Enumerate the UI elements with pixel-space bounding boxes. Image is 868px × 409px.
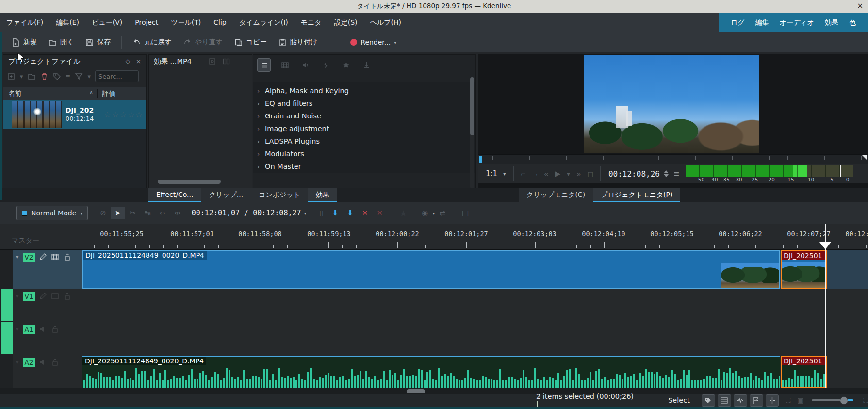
timeline-edit-icon[interactable]: ⊘ (96, 209, 111, 217)
chevron-down-icon[interactable]: ▾ (16, 254, 19, 260)
monitor-seek-ruler[interactable] (478, 154, 868, 164)
video-clip[interactable]: DJI_20250111124849_0020_D.MP4 (82, 250, 780, 289)
layout-editing[interactable]: 編集 (750, 13, 774, 32)
slider-handle[interactable] (840, 396, 848, 405)
download-effects-button[interactable] (360, 59, 373, 71)
edit-track-icon[interactable] (39, 253, 47, 261)
layout-effects[interactable]: 効果 (819, 13, 844, 32)
spin-up-icon[interactable] (664, 170, 669, 173)
lock-track-icon[interactable] (51, 325, 59, 333)
audio-clip[interactable]: DJI_20250111124849_0020_D.MP4 (82, 356, 780, 388)
column-header-name[interactable]: 名前 ∧ (3, 89, 98, 98)
audio-clip-selected[interactable]: DJI_202501 (781, 356, 827, 388)
tag-icon[interactable] (53, 72, 61, 81)
chevron-down-icon[interactable]: ▾ (304, 211, 307, 216)
mute-track-icon[interactable] (39, 325, 47, 333)
insert-zone-icon[interactable]: ⬇ (328, 209, 343, 217)
fx-category[interactable]: ›Image adjustment (253, 122, 475, 135)
save-button[interactable]: 保存 (81, 35, 115, 49)
close-window-button[interactable]: × (857, 1, 863, 10)
show-video-icon[interactable] (51, 253, 59, 261)
column-header-rating[interactable]: 評価 (98, 89, 115, 98)
show-video-icon[interactable] (51, 292, 59, 300)
tab-compositions[interactable]: コンポジット (251, 188, 308, 202)
layout-audio[interactable]: オーディオ (774, 13, 819, 32)
layout-color[interactable]: 色 (844, 13, 861, 32)
favorite-effects-icon[interactable]: ★ (395, 208, 411, 218)
mixer-icon[interactable]: ⇄ (435, 209, 450, 217)
float-panel-icon[interactable]: ◇ (126, 58, 130, 65)
video-clip-selected[interactable]: DJI_202501 (781, 250, 827, 289)
menu-monitor[interactable]: モニタ (295, 13, 328, 32)
loop-button[interactable]: □ (588, 170, 593, 178)
track-header-a1[interactable]: ▾ A1 (13, 322, 82, 355)
track-name-badge[interactable]: V1 (23, 292, 35, 301)
show-waveforms-toggle[interactable] (734, 394, 747, 407)
show-all-effects-button[interactable] (257, 58, 271, 72)
timeline-menu-icon[interactable]: ▤ (458, 209, 473, 217)
zone-out-icon[interactable]: ¬ (532, 170, 538, 178)
tab-project-monitor[interactable]: プロジェクトモニタ(P) (593, 188, 680, 202)
menu-timeline[interactable]: タイムライン(I) (233, 13, 295, 32)
extract-zone-icon[interactable]: ✕ (358, 209, 373, 217)
chevron-down-icon[interactable]: ▾ (16, 293, 19, 299)
timeline-zoom-slider[interactable] (812, 399, 851, 401)
chevron-down-icon[interactable]: ▾ (16, 326, 19, 332)
fx-category[interactable]: ›LADSPA Plugins (253, 135, 475, 147)
show-thumbnails-toggle[interactable] (718, 394, 731, 407)
track-header-v1[interactable]: ▾ V1 (13, 289, 82, 322)
master-track-button[interactable]: マスター (12, 236, 39, 245)
spin-down-icon[interactable] (664, 174, 669, 177)
ripple-tool-button[interactable]: ↔ (155, 209, 170, 217)
zone-in-icon[interactable]: ⌐ (521, 170, 526, 178)
menu-settings[interactable]: 設定(S) (328, 13, 364, 32)
edit-track-icon[interactable] (39, 292, 47, 300)
filter-icon[interactable] (75, 72, 83, 81)
fx-category[interactable]: ›Alpha, Mask and Keying (253, 84, 475, 97)
monitor-video-frame[interactable] (584, 55, 759, 153)
delete-icon[interactable] (40, 72, 49, 81)
track-header-a2[interactable]: ▾ A2 (13, 355, 82, 388)
timeline-ruler[interactable]: 00:11:55;25 00:11:57;01 00:11:58;08 00:1… (0, 224, 868, 250)
tab-effect-compositions[interactable]: Effect/Co... (148, 188, 201, 202)
add-clip-chevron-icon[interactable]: ▾ (20, 73, 23, 80)
lock-track-icon[interactable] (63, 253, 71, 261)
overwrite-zone-icon[interactable]: ⬇ (343, 209, 358, 217)
tab-clip-monitor[interactable]: クリップモニタ(C) (519, 188, 593, 202)
close-panel-icon[interactable]: × (136, 58, 141, 65)
custom-effects-button[interactable] (319, 59, 332, 71)
open-button[interactable]: 開く (44, 35, 79, 49)
vertical-scrollbar[interactable] (470, 77, 474, 189)
track-lane-a1[interactable] (82, 322, 868, 355)
slip-tool-button[interactable]: ⇹ (170, 209, 185, 217)
expander-icon[interactable]: › (257, 100, 265, 107)
redo-button[interactable]: やり直す (179, 35, 228, 49)
bin-clip-row[interactable]: DJI_202 00:12:14 ☆☆☆☆☆ (3, 100, 146, 129)
view-mode-icon[interactable]: ≡ (66, 73, 71, 80)
track-lane-v1[interactable] (82, 289, 868, 322)
show-markers-toggle[interactable] (750, 394, 763, 407)
monitor-timecode[interactable]: 00:12:08,26 (601, 169, 664, 179)
lift-zone-icon[interactable]: ✕ (373, 209, 388, 217)
expander-icon[interactable]: › (257, 163, 265, 170)
expander-icon[interactable]: › (257, 87, 265, 95)
create-folder-icon[interactable] (28, 72, 36, 81)
compare-icon[interactable] (222, 57, 230, 65)
fx-category[interactable]: ›Modulators (253, 147, 475, 160)
render-button[interactable]: Render... ▾ (345, 35, 401, 49)
save-effect-stack-icon[interactable] (208, 57, 216, 65)
expander-icon[interactable]: › (257, 125, 265, 132)
show-tags-toggle[interactable] (702, 394, 715, 407)
timeline-timecode[interactable]: 00:12:01,07 / 00:12:08,27 (185, 209, 304, 217)
monitor-menu-icon[interactable]: ≡ (673, 169, 680, 178)
zoom-fit-icon[interactable]: ⛶ (786, 396, 790, 405)
expander-icon[interactable]: › (257, 138, 265, 145)
tab-clip-properties[interactable]: クリップ... (201, 188, 251, 202)
spacer-tool-button[interactable]: ↹ (140, 209, 155, 217)
play-button[interactable]: ▶ (555, 169, 561, 178)
edit-mode-select[interactable]: Normal Mode ▾ (16, 206, 88, 220)
track-name-badge[interactable]: A1 (23, 325, 35, 334)
expander-icon[interactable]: › (257, 150, 265, 158)
menu-help[interactable]: ヘルプ(H) (364, 13, 408, 32)
tab-effects[interactable]: 効果 (308, 188, 337, 202)
